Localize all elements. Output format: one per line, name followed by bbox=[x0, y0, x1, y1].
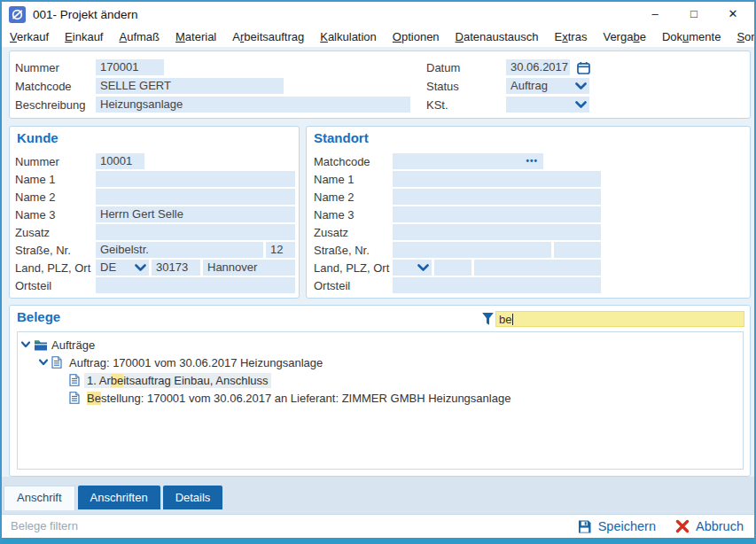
kunde-name2-label: Name 2 bbox=[15, 190, 96, 204]
standort-ort-field[interactable] bbox=[474, 260, 601, 276]
text-caret bbox=[512, 314, 513, 325]
menu-item-kalkulation[interactable]: Kalkulation bbox=[312, 30, 385, 43]
kunde-ortsteil-label: Ortsteil bbox=[15, 279, 96, 292]
tree-item[interactable]: Bestellung: 170001 vom 30.06.2017 an Lie… bbox=[18, 389, 743, 407]
save-label: Speichern bbox=[598, 519, 656, 533]
menu-item-datenaustausch[interactable]: Datenaustausch bbox=[448, 30, 547, 43]
kunde-land-value: DE bbox=[100, 260, 116, 274]
window-controls: – □ ✕ bbox=[635, 2, 752, 27]
kst-dropdown[interactable] bbox=[506, 97, 589, 113]
kunde-nummer-field[interactable]: 10001 bbox=[96, 153, 144, 169]
title-bar: 001- Projekt ändern – □ ✕ bbox=[2, 2, 754, 27]
belege-filter-input[interactable]: be bbox=[495, 311, 744, 327]
standort-hausnr-field[interactable] bbox=[554, 242, 601, 258]
standort-plz-field[interactable] bbox=[434, 260, 472, 276]
document-icon bbox=[51, 356, 66, 369]
chevron-down-icon[interactable] bbox=[417, 264, 429, 272]
standort-land-plz-ort-label: Land, PLZ, Ort bbox=[314, 261, 393, 275]
chevron-down-icon[interactable] bbox=[21, 341, 34, 348]
save-button[interactable]: Speichern bbox=[577, 519, 656, 534]
document-icon bbox=[69, 374, 84, 386]
standort-name1-field[interactable] bbox=[393, 171, 601, 187]
standort-name1-label: Name 1 bbox=[314, 173, 393, 186]
minimize-icon[interactable]: – bbox=[635, 2, 674, 27]
tree-item[interactable]: Auftrag: 170001 vom 30.06.2017 Heizungsa… bbox=[18, 354, 743, 371]
chevron-down-icon[interactable] bbox=[39, 359, 51, 366]
tab-anschrift[interactable]: Anschrift bbox=[4, 486, 75, 510]
kunde-zusatz-field[interactable] bbox=[96, 224, 295, 240]
menu-item-dokumente[interactable]: Dokumente bbox=[654, 30, 729, 43]
tree-item[interactable]: Aufträge bbox=[18, 336, 743, 354]
projekt-beschreibung-field[interactable]: Heizungsanlage bbox=[96, 97, 410, 113]
standort-panel: Standort Matchcode ••• Name 1 Name 2 Nam… bbox=[306, 126, 751, 299]
chevron-down-icon[interactable] bbox=[575, 82, 587, 90]
chevron-down-icon[interactable] bbox=[575, 101, 587, 109]
window-title: 001- Projekt ändern bbox=[33, 8, 138, 21]
menu-item-sonstiges[interactable]: Sonstiges bbox=[729, 30, 756, 43]
tree-item[interactable]: 1. Arbeitsauftrag Einbau, Anschluss bbox=[18, 371, 743, 389]
project-header-panel: Nummer 170001 Matchcode SELLE GERT Besch… bbox=[9, 51, 751, 119]
standort-zusatz-label: Zusatz bbox=[314, 226, 393, 239]
maximize-icon[interactable]: □ bbox=[674, 2, 713, 27]
standort-name2-field[interactable] bbox=[393, 189, 601, 205]
kunde-hausnr-field[interactable]: 12 bbox=[266, 242, 295, 258]
menu-item-einkauf[interactable]: Einkauf bbox=[57, 30, 111, 43]
menu-item-vergabe[interactable]: Vergabe bbox=[595, 30, 653, 43]
kst-label: KSt. bbox=[426, 98, 506, 112]
tab-details[interactable]: Details bbox=[163, 486, 223, 509]
belege-title: Belege bbox=[17, 309, 60, 324]
floppy-disk-icon bbox=[577, 519, 592, 534]
calendar-icon[interactable] bbox=[577, 61, 590, 74]
menu-item-verkauf[interactable]: Verkauf bbox=[2, 30, 57, 43]
beschreibung-label: Beschreibung bbox=[15, 98, 96, 112]
cancel-button[interactable]: Abbruch bbox=[675, 519, 744, 533]
kunde-strasse-label: Straße, Nr. bbox=[15, 244, 96, 257]
kunde-name3-label: Name 3 bbox=[15, 208, 96, 221]
belege-panel: Belege be AufträgeAuftrag: 170001 vom 30… bbox=[9, 305, 751, 477]
menu-item-aufmass[interactable]: Aufmaß bbox=[111, 30, 168, 43]
projekt-nummer-field[interactable]: 170001 bbox=[96, 59, 164, 75]
menu-item-extras[interactable]: Extras bbox=[547, 30, 596, 43]
kunde-ortsteil-field[interactable] bbox=[96, 277, 295, 293]
menu-item-arbeitsauftrag[interactable]: Arbeitsauftrag bbox=[224, 30, 312, 43]
status-value: Auftrag bbox=[510, 79, 548, 92]
menu-item-material[interactable]: Material bbox=[168, 30, 224, 43]
tab-bar: Anschrift Anschriften Details bbox=[2, 477, 754, 514]
cancel-label: Abbruch bbox=[696, 519, 744, 533]
menu-bar: VerkaufEinkaufAufmaßMaterialArbeitsauftr… bbox=[2, 27, 754, 47]
status-bar: Belege filtern Speichern Abbruch bbox=[2, 514, 754, 538]
kunde-plz-field[interactable]: 30173 bbox=[152, 260, 200, 276]
kunde-land-dropdown[interactable]: DE bbox=[96, 260, 149, 276]
status-dropdown[interactable]: Auftrag bbox=[506, 78, 589, 94]
standort-name3-field[interactable] bbox=[393, 206, 601, 222]
kunde-name3-field[interactable]: Herrn Gert Selle bbox=[96, 206, 295, 222]
standort-strasse-field[interactable] bbox=[393, 242, 551, 258]
standort-zusatz-field[interactable] bbox=[393, 224, 601, 240]
status-hint: Belege filtern bbox=[11, 515, 78, 538]
kunde-zusatz-label: Zusatz bbox=[15, 226, 96, 239]
kunde-land-plz-ort-label: Land, PLZ, Ort bbox=[15, 261, 96, 275]
belege-tree: AufträgeAuftrag: 170001 vom 30.06.2017 H… bbox=[17, 331, 744, 470]
funnel-icon bbox=[481, 312, 495, 326]
matchcode-label: Matchcode bbox=[15, 80, 96, 93]
standort-matchcode-field[interactable]: ••• bbox=[393, 153, 543, 169]
menu-item-optionen[interactable]: Optionen bbox=[385, 30, 448, 43]
standort-ortsteil-field[interactable] bbox=[393, 277, 601, 293]
kunde-strasse-field[interactable]: Geibelstr. bbox=[96, 242, 263, 258]
datum-field[interactable]: 30.06.2017 bbox=[506, 59, 570, 75]
standort-land-dropdown[interactable] bbox=[393, 260, 432, 276]
chevron-down-icon[interactable] bbox=[135, 264, 146, 272]
app-logo-icon bbox=[9, 6, 26, 23]
standort-name3-label: Name 3 bbox=[314, 208, 393, 221]
standort-name2-label: Name 2 bbox=[314, 190, 393, 204]
tab-anschriften[interactable]: Anschriften bbox=[78, 486, 160, 509]
ellipsis-icon[interactable]: ••• bbox=[526, 153, 538, 169]
kunde-name2-field[interactable] bbox=[96, 189, 295, 205]
datum-label: Datum bbox=[426, 61, 506, 74]
kunde-name1-field[interactable] bbox=[96, 171, 295, 187]
projekt-matchcode-field[interactable]: SELLE GERT bbox=[96, 78, 284, 94]
kunde-nummer-label: Nummer bbox=[15, 155, 96, 168]
kunde-ort-field[interactable]: Hannover bbox=[203, 260, 295, 276]
close-icon[interactable]: ✕ bbox=[713, 2, 752, 27]
standort-matchcode-label: Matchcode bbox=[314, 155, 393, 168]
